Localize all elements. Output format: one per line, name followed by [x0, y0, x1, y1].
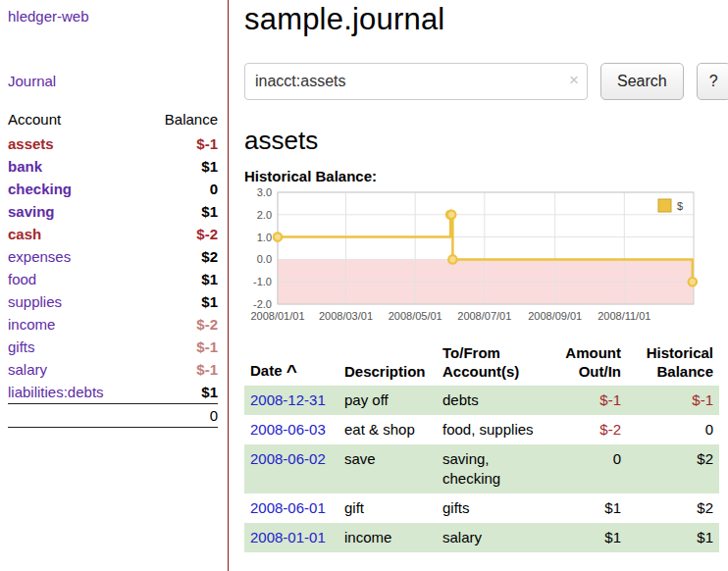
transaction-row: 2008-01-01incomesalary$1$1: [244, 523, 719, 552]
account-balance: $1: [143, 268, 218, 290]
sidebar-account-link[interactable]: expenses: [8, 248, 71, 265]
transaction-date-link[interactable]: 2008-06-02: [250, 450, 326, 467]
account-balance: $1: [143, 155, 218, 178]
svg-text:2008/09/01: 2008/09/01: [528, 310, 582, 322]
transaction-balance: 0: [627, 415, 719, 444]
sort-ascending-icon: ^: [286, 361, 297, 382]
register-table: Date ^ Description To/From Account(s) Am…: [244, 341, 719, 552]
sidebar: hledger-web Journal Account Balance asse…: [0, 0, 229, 571]
accounts-header-balance: Balance: [143, 109, 218, 132]
transaction-accounts: food, supplies: [437, 415, 552, 444]
transaction-accounts: debts: [437, 386, 552, 415]
search-bar: × Search ?: [244, 63, 728, 100]
svg-text:$: $: [677, 200, 683, 212]
transaction-balance: $1: [627, 523, 719, 552]
transaction-accounts: saving, checking: [437, 444, 552, 493]
account-row: bank$1: [8, 155, 218, 178]
account-heading: assets: [244, 126, 728, 156]
clear-search-icon[interactable]: ×: [569, 71, 579, 90]
svg-text:0.0: 0.0: [257, 253, 272, 265]
transaction-balance: $-1: [627, 386, 719, 415]
svg-text:2008/01/01: 2008/01/01: [250, 310, 304, 322]
transaction-amount: $1: [552, 523, 627, 552]
account-row: supplies$1: [8, 290, 218, 313]
sidebar-account-link[interactable]: salary: [8, 361, 47, 378]
page-title: sample.journal: [244, 2, 728, 37]
sidebar-account-link[interactable]: checking: [8, 181, 72, 197]
help-button[interactable]: ?: [697, 63, 728, 100]
account-row: assets$-1: [8, 132, 218, 155]
transaction-description: gift: [338, 493, 437, 523]
account-balance: 0: [143, 178, 218, 200]
transaction-date-link[interactable]: 2008-12-31: [250, 391, 326, 408]
account-balance: $-1: [143, 358, 218, 381]
register-header-balance: Historical Balance: [627, 341, 719, 386]
register-header-accounts: To/From Account(s): [437, 341, 552, 386]
app: hledger-web Journal Account Balance asse…: [0, 0, 728, 571]
account-row: checking0: [8, 178, 218, 200]
accounts-total-row: 0: [8, 404, 218, 428]
sidebar-account-link[interactable]: food: [8, 271, 36, 287]
search-input-wrap: ×: [244, 63, 588, 100]
svg-text:2008/03/01: 2008/03/01: [319, 310, 373, 322]
account-balance: $-2: [143, 313, 218, 336]
account-balance: $-1: [143, 336, 218, 358]
svg-text:1.0: 1.0: [257, 232, 272, 243]
account-balance: $2: [143, 245, 218, 268]
account-row: salary$-1: [8, 358, 218, 381]
transaction-description: income: [338, 523, 437, 552]
sidebar-account-link[interactable]: supplies: [8, 293, 62, 310]
main-content: sample.journal × Search ? assets Histori…: [229, 0, 728, 571]
register-header-date[interactable]: Date ^: [244, 341, 338, 386]
account-row: gifts$-1: [8, 336, 218, 358]
account-balance: $1: [143, 200, 218, 223]
transaction-date-link[interactable]: 2008-01-01: [250, 529, 326, 545]
account-balance: $-2: [143, 223, 218, 245]
account-row: income$-2: [8, 313, 218, 336]
transaction-row: 2008-06-03eat & shopfood, supplies$-20: [244, 415, 719, 444]
transaction-accounts: gifts: [437, 493, 552, 523]
transaction-balance: $2: [627, 444, 719, 493]
transaction-amount: $-2: [552, 415, 627, 444]
transaction-amount: 0: [552, 444, 627, 493]
transaction-balance: $2: [627, 493, 719, 523]
accounts-header-account: Account: [8, 109, 143, 132]
sidebar-account-link[interactable]: cash: [8, 226, 41, 242]
transaction-description: save: [338, 444, 437, 493]
transaction-date-link[interactable]: 2008-06-01: [250, 499, 326, 516]
sidebar-account-link[interactable]: bank: [8, 158, 42, 175]
account-row: liabilities:debts$1: [8, 381, 218, 404]
chart-title: Historical Balance:: [244, 168, 728, 184]
svg-text:-2.0: -2.0: [253, 298, 272, 310]
search-input[interactable]: [244, 63, 588, 100]
transaction-description: eat & shop: [338, 415, 437, 444]
accounts-total-value: 0: [8, 404, 218, 428]
sidebar-account-link[interactable]: income: [8, 316, 55, 333]
nav-journal-link[interactable]: Journal: [8, 73, 218, 89]
account-balance: $1: [143, 381, 218, 404]
account-row: saving$1: [8, 200, 218, 223]
svg-text:2.0: 2.0: [257, 209, 272, 221]
transaction-amount: $-1: [552, 386, 627, 415]
sidebar-account-link[interactable]: gifts: [8, 338, 35, 355]
transaction-accounts: salary: [437, 523, 552, 552]
app-title-link[interactable]: hledger-web: [8, 8, 218, 25]
sidebar-account-link[interactable]: assets: [8, 135, 54, 152]
svg-text:-1.0: -1.0: [253, 276, 272, 287]
transaction-date-link[interactable]: 2008-06-03: [250, 421, 326, 438]
search-button[interactable]: Search: [600, 63, 684, 100]
account-balance: $1: [143, 290, 218, 313]
transaction-row: 2008-06-02savesaving, checking0$2: [244, 444, 719, 493]
register-header-description: Description: [338, 341, 437, 386]
transaction-amount: $1: [552, 493, 627, 523]
transaction-row: 2008-12-31pay offdebts$-1$-1: [244, 386, 719, 415]
account-row: cash$-2: [8, 223, 218, 245]
accounts-header-row: Account Balance: [8, 109, 218, 132]
transaction-row: 2008-06-01giftgifts$1$2: [244, 493, 719, 523]
sidebar-account-link[interactable]: liabilities:debts: [8, 384, 104, 400]
historical-balance-chart: .tick{font:11px "Liberation Sans",sans-s…: [244, 186, 705, 334]
transaction-description: pay off: [338, 386, 437, 415]
account-row: food$1: [8, 268, 218, 290]
register-header-amount: Amount Out/In: [552, 341, 627, 386]
sidebar-account-link[interactable]: saving: [8, 203, 55, 220]
